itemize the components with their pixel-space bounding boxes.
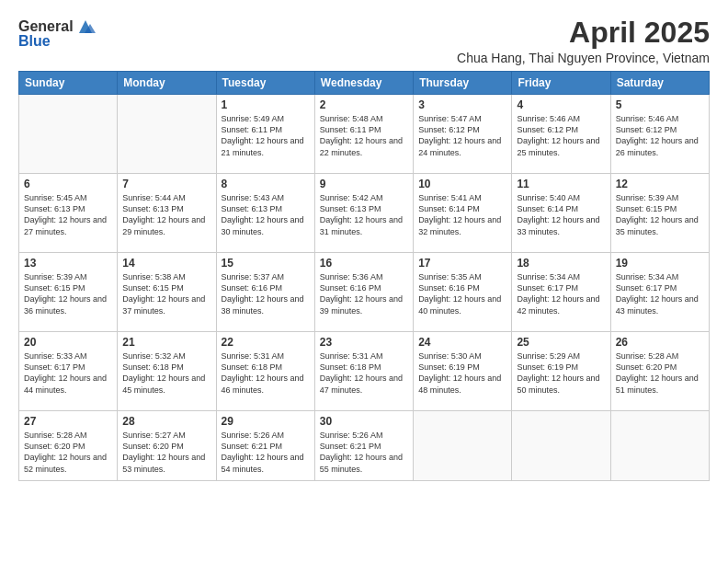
day-number: 30 <box>320 415 408 428</box>
cell-content: Sunrise: 5:34 AM Sunset: 6:17 PM Dayligh… <box>616 271 704 316</box>
day-cell: 4Sunrise: 5:46 AM Sunset: 6:12 PM Daylig… <box>512 95 610 174</box>
day-cell: 25Sunrise: 5:29 AM Sunset: 6:19 PM Dayli… <box>512 332 610 411</box>
cell-content: Sunrise: 5:27 AM Sunset: 6:20 PM Dayligh… <box>122 430 210 475</box>
day-cell: 12Sunrise: 5:39 AM Sunset: 6:15 PM Dayli… <box>610 174 709 253</box>
cell-content: Sunrise: 5:28 AM Sunset: 6:20 PM Dayligh… <box>24 430 112 475</box>
day-number: 7 <box>122 178 210 190</box>
day-cell: 8Sunrise: 5:43 AM Sunset: 6:13 PM Daylig… <box>216 174 314 253</box>
week-row-5: 27Sunrise: 5:28 AM Sunset: 6:20 PM Dayli… <box>19 411 710 481</box>
day-number: 29 <box>222 415 310 428</box>
week-row-1: 1Sunrise: 5:49 AM Sunset: 6:11 PM Daylig… <box>19 95 710 174</box>
page: General Blue April 2025 Chua Hang, Thai … <box>0 0 728 563</box>
day-cell: 2Sunrise: 5:48 AM Sunset: 6:11 PM Daylig… <box>314 95 413 174</box>
day-cell: 19Sunrise: 5:34 AM Sunset: 6:17 PM Dayli… <box>610 253 709 332</box>
cell-content: Sunrise: 5:28 AM Sunset: 6:20 PM Dayligh… <box>616 350 704 396</box>
day-cell: 22Sunrise: 5:31 AM Sunset: 6:18 PM Dayli… <box>216 332 314 411</box>
day-number: 6 <box>24 178 112 190</box>
day-number: 10 <box>418 178 506 190</box>
day-number: 8 <box>222 178 310 190</box>
day-cell: 10Sunrise: 5:41 AM Sunset: 6:14 PM Dayli… <box>414 174 512 253</box>
logo-icon <box>75 17 96 37</box>
day-cell: 14Sunrise: 5:38 AM Sunset: 6:15 PM Dayli… <box>118 253 216 332</box>
day-cell: 9Sunrise: 5:42 AM Sunset: 6:13 PM Daylig… <box>314 174 413 253</box>
logo: General Blue <box>18 17 96 50</box>
cell-content: Sunrise: 5:41 AM Sunset: 6:14 PM Dayligh… <box>418 192 506 237</box>
day-cell: 30Sunrise: 5:26 AM Sunset: 6:21 PM Dayli… <box>314 411 413 481</box>
day-number: 9 <box>320 178 408 190</box>
location-title: Chua Hang, Thai Nguyen Province, Vietnam <box>457 51 710 65</box>
cell-content: Sunrise: 5:44 AM Sunset: 6:13 PM Dayligh… <box>122 192 210 237</box>
day-cell: 17Sunrise: 5:35 AM Sunset: 6:16 PM Dayli… <box>414 253 512 332</box>
day-number: 24 <box>418 336 506 349</box>
cell-content: Sunrise: 5:35 AM Sunset: 6:16 PM Dayligh… <box>418 271 506 316</box>
day-number: 22 <box>222 336 310 349</box>
day-cell: 26Sunrise: 5:28 AM Sunset: 6:20 PM Dayli… <box>610 332 709 411</box>
week-row-3: 13Sunrise: 5:39 AM Sunset: 6:15 PM Dayli… <box>19 253 710 332</box>
day-number: 20 <box>24 336 112 349</box>
cell-content: Sunrise: 5:30 AM Sunset: 6:19 PM Dayligh… <box>418 350 506 396</box>
day-number: 16 <box>320 257 408 270</box>
cell-content: Sunrise: 5:33 AM Sunset: 6:17 PM Dayligh… <box>24 350 112 396</box>
day-number: 4 <box>517 98 605 111</box>
cell-content: Sunrise: 5:48 AM Sunset: 6:11 PM Dayligh… <box>320 113 408 158</box>
title-section: April 2025 Chua Hang, Thai Nguyen Provin… <box>457 17 710 65</box>
cell-content: Sunrise: 5:46 AM Sunset: 6:12 PM Dayligh… <box>517 113 605 158</box>
day-number: 2 <box>320 98 408 111</box>
day-cell: 27Sunrise: 5:28 AM Sunset: 6:20 PM Dayli… <box>19 411 118 481</box>
month-title: April 2025 <box>457 17 710 49</box>
day-cell: 28Sunrise: 5:27 AM Sunset: 6:20 PM Dayli… <box>118 411 216 481</box>
cell-content: Sunrise: 5:31 AM Sunset: 6:18 PM Dayligh… <box>222 350 310 396</box>
day-cell <box>414 411 512 481</box>
day-number: 13 <box>24 257 112 270</box>
cell-content: Sunrise: 5:31 AM Sunset: 6:18 PM Dayligh… <box>320 350 408 396</box>
day-number: 19 <box>616 257 704 270</box>
cell-content: Sunrise: 5:29 AM Sunset: 6:19 PM Dayligh… <box>517 350 605 396</box>
day-cell: 20Sunrise: 5:33 AM Sunset: 6:17 PM Dayli… <box>19 332 118 411</box>
day-number: 23 <box>320 336 408 349</box>
cell-content: Sunrise: 5:39 AM Sunset: 6:15 PM Dayligh… <box>24 271 112 316</box>
day-cell <box>118 95 216 174</box>
cell-content: Sunrise: 5:43 AM Sunset: 6:13 PM Dayligh… <box>222 192 310 237</box>
cell-content: Sunrise: 5:38 AM Sunset: 6:15 PM Dayligh… <box>122 271 210 316</box>
day-header-wednesday: Wednesday <box>314 72 413 95</box>
cell-content: Sunrise: 5:36 AM Sunset: 6:16 PM Dayligh… <box>320 271 408 316</box>
day-number: 17 <box>418 257 506 270</box>
day-cell: 21Sunrise: 5:32 AM Sunset: 6:18 PM Dayli… <box>118 332 216 411</box>
day-cell <box>19 95 118 174</box>
day-number: 1 <box>222 98 310 111</box>
day-cell <box>512 411 610 481</box>
day-cell: 16Sunrise: 5:36 AM Sunset: 6:16 PM Dayli… <box>314 253 413 332</box>
day-header-monday: Monday <box>118 72 216 95</box>
day-cell: 29Sunrise: 5:26 AM Sunset: 6:21 PM Dayli… <box>216 411 314 481</box>
day-number: 28 <box>122 415 210 428</box>
day-number: 18 <box>517 257 605 270</box>
cell-content: Sunrise: 5:42 AM Sunset: 6:13 PM Dayligh… <box>320 192 408 237</box>
cell-content: Sunrise: 5:40 AM Sunset: 6:14 PM Dayligh… <box>517 192 605 237</box>
day-cell: 23Sunrise: 5:31 AM Sunset: 6:18 PM Dayli… <box>314 332 413 411</box>
cell-content: Sunrise: 5:39 AM Sunset: 6:15 PM Dayligh… <box>616 192 704 237</box>
day-cell: 3Sunrise: 5:47 AM Sunset: 6:12 PM Daylig… <box>414 95 512 174</box>
cell-content: Sunrise: 5:47 AM Sunset: 6:12 PM Dayligh… <box>418 113 506 158</box>
day-cell: 6Sunrise: 5:45 AM Sunset: 6:13 PM Daylig… <box>19 174 118 253</box>
week-row-4: 20Sunrise: 5:33 AM Sunset: 6:17 PM Dayli… <box>19 332 710 411</box>
day-number: 26 <box>616 336 704 349</box>
header: General Blue April 2025 Chua Hang, Thai … <box>18 17 710 65</box>
cell-content: Sunrise: 5:32 AM Sunset: 6:18 PM Dayligh… <box>122 350 210 396</box>
day-header-saturday: Saturday <box>610 72 709 95</box>
logo-blue: Blue <box>18 33 51 50</box>
day-number: 21 <box>122 336 210 349</box>
week-row-2: 6Sunrise: 5:45 AM Sunset: 6:13 PM Daylig… <box>19 174 710 253</box>
cell-content: Sunrise: 5:45 AM Sunset: 6:13 PM Dayligh… <box>24 192 112 237</box>
cell-content: Sunrise: 5:49 AM Sunset: 6:11 PM Dayligh… <box>222 113 310 158</box>
cell-content: Sunrise: 5:34 AM Sunset: 6:17 PM Dayligh… <box>517 271 605 316</box>
day-number: 15 <box>222 257 310 270</box>
day-cell: 7Sunrise: 5:44 AM Sunset: 6:13 PM Daylig… <box>118 174 216 253</box>
cell-content: Sunrise: 5:26 AM Sunset: 6:21 PM Dayligh… <box>320 430 408 475</box>
header-row: SundayMondayTuesdayWednesdayThursdayFrid… <box>19 72 710 95</box>
day-cell: 5Sunrise: 5:46 AM Sunset: 6:12 PM Daylig… <box>610 95 709 174</box>
calendar-table: SundayMondayTuesdayWednesdayThursdayFrid… <box>18 71 710 481</box>
day-cell: 11Sunrise: 5:40 AM Sunset: 6:14 PM Dayli… <box>512 174 610 253</box>
day-cell: 15Sunrise: 5:37 AM Sunset: 6:16 PM Dayli… <box>216 253 314 332</box>
day-header-sunday: Sunday <box>19 72 118 95</box>
cell-content: Sunrise: 5:26 AM Sunset: 6:21 PM Dayligh… <box>222 430 310 475</box>
